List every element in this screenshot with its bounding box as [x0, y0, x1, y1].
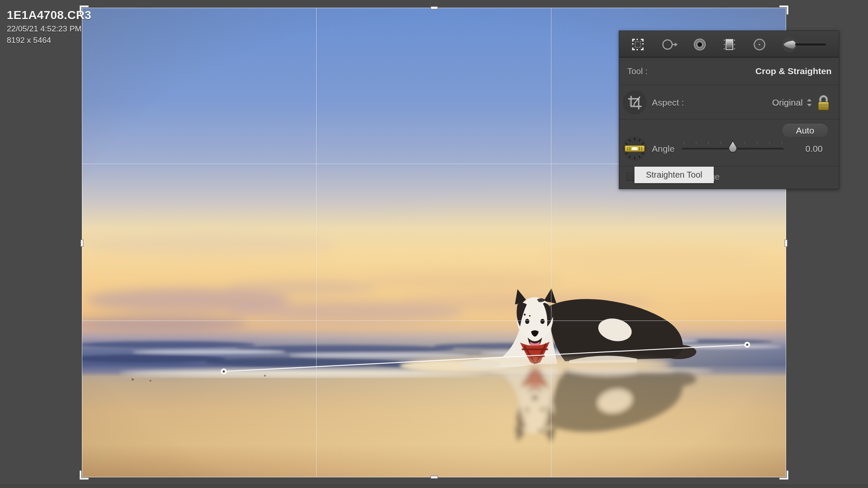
file-datetime: 22/05/21 4:52:23 PM: [7, 24, 92, 34]
develop-tool-strip: [619, 31, 839, 58]
angle-value: 0.00: [805, 137, 823, 161]
adjustment-brush-icon[interactable]: [780, 35, 831, 54]
aspect-label: Aspect :: [652, 85, 684, 120]
lock-icon[interactable]: [816, 94, 831, 112]
crop-overlay-icon[interactable]: [629, 35, 647, 54]
file-dimensions: 8192 x 5464: [7, 35, 92, 45]
aspect-value-dropdown[interactable]: Original: [772, 98, 803, 108]
auto-button[interactable]: Auto: [782, 124, 828, 137]
chevron-up-down-icon[interactable]: [807, 98, 812, 107]
crop-frame-icon[interactable]: [623, 90, 647, 114]
graduated-filter-icon[interactable]: [720, 35, 739, 54]
constrain-row: Constrain to Image Straighten Tool: [619, 167, 839, 190]
bottom-divider: [0, 485, 868, 488]
angle-label: Angle: [652, 137, 675, 161]
crop-straighten-panel: Tool : Crop & Straighten Aspect : Origin…: [619, 31, 839, 189]
angle-slider[interactable]: [682, 137, 784, 161]
tool-value: Crop & Straighten: [755, 66, 832, 76]
aspect-row: Aspect : Original: [619, 85, 839, 120]
slider-thumb[interactable]: [728, 140, 737, 156]
file-name: 1E1A4708.CR3: [7, 8, 92, 22]
angle-section: Auto Angle: [619, 120, 839, 167]
straighten-tool-tooltip: Straighten Tool: [634, 167, 714, 183]
straighten-level-icon[interactable]: [623, 137, 647, 161]
tool-row: Tool : Crop & Straighten: [619, 58, 839, 85]
spot-removal-icon[interactable]: [660, 35, 679, 54]
radial-filter-icon[interactable]: [750, 35, 769, 54]
red-eye-correction-icon[interactable]: [690, 35, 709, 54]
tool-label: Tool :: [627, 67, 648, 76]
lightroom-develop-crop-view: 1E1A4708.CR3 22/05/21 4:52:23 PM 8192 x …: [0, 0, 868, 488]
constrain-checkbox[interactable]: [626, 173, 635, 181]
file-info: 1E1A4708.CR3 22/05/21 4:52:23 PM 8192 x …: [7, 8, 92, 45]
